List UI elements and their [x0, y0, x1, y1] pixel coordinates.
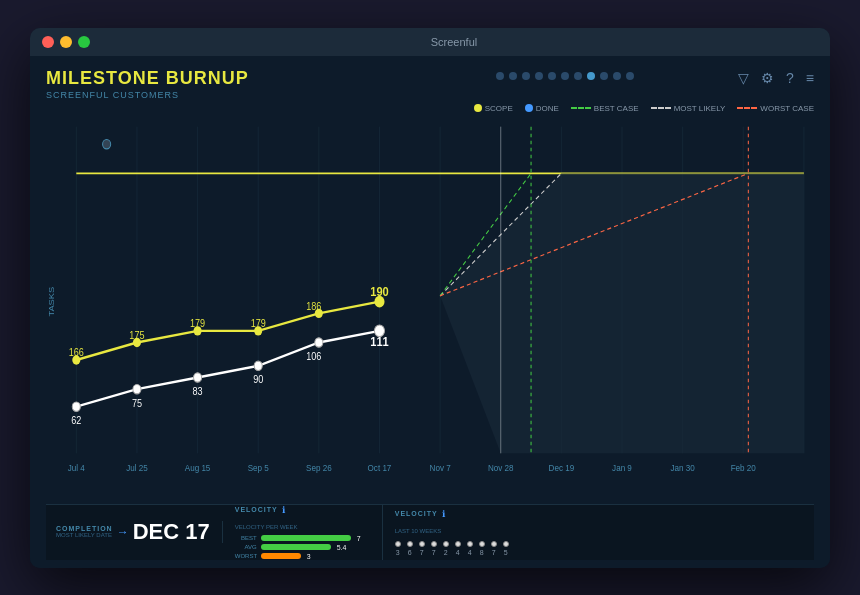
app-window: Screenful MILESTONE BURNUP SCREENFUL CUS…: [30, 28, 830, 568]
nav-dot-4[interactable]: [548, 72, 556, 80]
velocity2-info-icon: ℹ: [442, 509, 445, 519]
nav-dot-1[interactable]: [509, 72, 517, 80]
svg-text:Jul 4: Jul 4: [68, 462, 85, 473]
velocity-dot-5: [455, 541, 461, 547]
velocity-dot-val-3: 7: [432, 549, 436, 556]
svg-text:Jan 9: Jan 9: [612, 462, 632, 473]
svg-text:Oct 17: Oct 17: [368, 462, 392, 473]
svg-text:Dec 19: Dec 19: [549, 462, 575, 473]
nav-dot-8[interactable]: [600, 72, 608, 80]
svg-text:190: 190: [370, 284, 389, 299]
svg-point-32: [315, 337, 323, 346]
best-case-line: [571, 107, 591, 109]
svg-point-30: [194, 372, 202, 381]
main-content: MILESTONE BURNUP SCREENFUL CUSTOMERS ▽ ⚙…: [30, 56, 830, 568]
most-likely-line: [651, 107, 671, 109]
completion-value-area: → DEC 17: [117, 521, 210, 543]
completion-label-area: COMPLETION MOST LIKELY DATE: [56, 525, 113, 540]
maximize-button[interactable]: [78, 36, 90, 48]
done-dot: [525, 104, 533, 112]
scope-dot: [474, 104, 482, 112]
minimize-button[interactable]: [60, 36, 72, 48]
svg-point-28: [72, 402, 80, 411]
svg-text:Jul 25: Jul 25: [126, 462, 148, 473]
svg-text:90: 90: [253, 373, 264, 385]
legend-worst-case: WORST CASE: [737, 104, 814, 113]
velocity1-bars: BEST 7 AVG 5.4 WORST 3: [235, 535, 370, 560]
svg-text:Nov 7: Nov 7: [430, 462, 451, 473]
nav-dot-7[interactable]: [587, 72, 595, 80]
nav-dot-10[interactable]: [626, 72, 634, 80]
avg-val: 5.4: [337, 544, 347, 551]
velocity-dot-val-5: 4: [456, 549, 460, 556]
nav-dots: [392, 68, 738, 80]
velocity1-sublabel: VELOCITY PER WEEK: [235, 524, 298, 530]
nav-dot-6[interactable]: [574, 72, 582, 80]
legend-best-case: BEST CASE: [571, 104, 639, 113]
completion-sublabel: MOST LIKELY DATE: [56, 532, 113, 538]
velocity-dot-6: [467, 541, 473, 547]
most-likely-label: MOST LIKELY: [674, 104, 726, 113]
svg-text:179: 179: [190, 317, 205, 329]
svg-text:Jan 30: Jan 30: [671, 462, 695, 473]
svg-text:TASKS: TASKS: [47, 286, 56, 316]
velocity-dot-val-4: 2: [444, 549, 448, 556]
window-title: Screenful: [90, 36, 818, 48]
scope-label: SCOPE: [485, 104, 513, 113]
velocity1-section: VELOCITY ℹ VELOCITY PER WEEK BEST 7 AVG …: [223, 505, 383, 560]
page-title: MILESTONE BURNUP: [46, 68, 392, 89]
svg-text:75: 75: [132, 397, 143, 409]
velocity-dot-val-1: 6: [408, 549, 412, 556]
nav-dot-2[interactable]: [522, 72, 530, 80]
filter-icon[interactable]: ▽: [738, 70, 749, 86]
chart-svg: 166 175 179 179 186 190 62 75 83 90 106 …: [46, 115, 814, 500]
completion-value: DEC 17: [133, 521, 210, 543]
velocity-dot-0: [395, 541, 401, 547]
svg-text:111: 111: [370, 334, 389, 349]
title-area: MILESTONE BURNUP SCREENFUL CUSTOMERS: [46, 68, 392, 100]
velocity-dot-4: [443, 541, 449, 547]
velocity-bar-worst: WORST 3: [235, 553, 370, 560]
svg-text:62: 62: [71, 414, 81, 426]
svg-text:Nov 28: Nov 28: [488, 462, 514, 473]
nav-dot-9[interactable]: [613, 72, 621, 80]
worst-case-label: WORST CASE: [760, 104, 814, 113]
settings-icon[interactable]: ⚙: [761, 70, 774, 86]
velocity1-info-icon: ℹ: [282, 505, 285, 515]
traffic-lights: [42, 36, 90, 48]
svg-text:Aug 15: Aug 15: [185, 462, 211, 473]
header-row: MILESTONE BURNUP SCREENFUL CUSTOMERS ▽ ⚙…: [46, 68, 814, 100]
completion-label: COMPLETION: [56, 525, 113, 532]
svg-point-29: [133, 384, 141, 393]
svg-text:83: 83: [193, 385, 204, 397]
menu-icon[interactable]: ≡: [806, 70, 814, 86]
svg-text:Sep 5: Sep 5: [248, 462, 269, 473]
worst-case-line: [737, 107, 757, 109]
close-button[interactable]: [42, 36, 54, 48]
velocity-dot-val-6: 4: [468, 549, 472, 556]
titlebar: Screenful: [30, 28, 830, 56]
velocity-dot-val-8: 7: [492, 549, 496, 556]
velocity-dot-9: [503, 541, 509, 547]
velocity-dot-3: [431, 541, 437, 547]
velocity-dot-8: [491, 541, 497, 547]
nav-dot-0[interactable]: [496, 72, 504, 80]
velocity-dot-2: [419, 541, 425, 547]
svg-text:186: 186: [306, 300, 322, 312]
toolbar-icons: ▽ ⚙ ? ≡: [738, 68, 814, 86]
nav-dot-3[interactable]: [535, 72, 543, 80]
chart-area: 166 175 179 179 186 190 62 75 83 90 106 …: [46, 115, 814, 500]
help-icon[interactable]: ?: [786, 70, 794, 86]
nav-dot-5[interactable]: [561, 72, 569, 80]
legend-done: DONE: [525, 104, 559, 113]
velocity2-sublabel: LAST 10 WEEKS: [395, 528, 442, 534]
footer-row: COMPLETION MOST LIKELY DATE → DEC 17 VEL…: [46, 504, 814, 560]
velocity1-label: VELOCITY: [235, 506, 278, 513]
svg-text:175: 175: [129, 329, 145, 341]
legend-most-likely: MOST LIKELY: [651, 104, 726, 113]
worst-val: 3: [307, 553, 311, 560]
velocity-bar-best: BEST 7: [235, 535, 370, 542]
avg-bar: [261, 544, 331, 550]
velocity-dot-val-7: 8: [480, 549, 484, 556]
velocity2-dots: 3677244875: [395, 541, 792, 556]
